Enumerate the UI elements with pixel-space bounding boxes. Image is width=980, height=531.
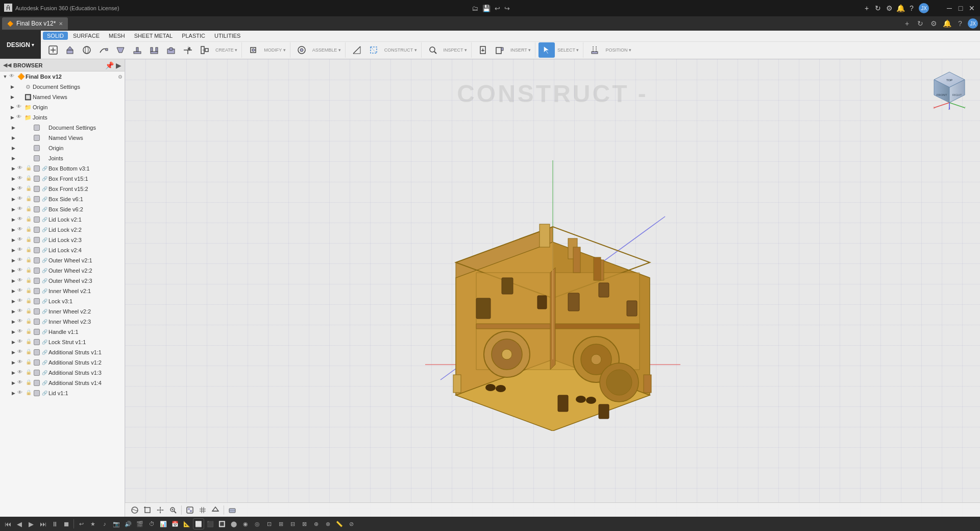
tree-expand-outer-wheel-2[interactable]: ▶ (10, 268, 16, 274)
tree-eye-handle-1[interactable]: 👁 (17, 328, 24, 335)
tree-expand-lid-lock-3[interactable]: ▶ (10, 237, 16, 243)
loft-btn[interactable] (112, 42, 129, 58)
maximize-btn[interactable]: □ (957, 4, 965, 12)
joints-expand[interactable]: ▶ (9, 114, 15, 120)
rib-btn[interactable] (129, 42, 145, 58)
tree-expand-box-front-2[interactable]: ▶ (10, 186, 16, 192)
tree-eye-lid-lock-4[interactable]: 👁 (17, 247, 24, 254)
tree-lock-additional-struts-4[interactable]: 🔒 (26, 379, 33, 387)
tree-link-outer-wheel-1[interactable]: 🔗 (42, 258, 47, 263)
tree-item-box-front-1[interactable]: ▶👁🔒🔗Box Front v15:1 (0, 174, 125, 184)
position-btn[interactable] (586, 42, 603, 58)
status-tool-22[interactable]: ⊗ (322, 518, 333, 529)
design-mode-btn[interactable]: DESIGN ▾ (0, 31, 41, 59)
tree-expand-box-side-1[interactable]: ▶ (10, 196, 16, 202)
modify-label[interactable]: MODIFY ▾ (262, 47, 287, 53)
status-tool-12[interactable]: ⬛ (205, 518, 216, 529)
new-tab-btn[interactable]: + (863, 4, 871, 12)
play-prev-btn[interactable]: ◀ (14, 518, 25, 529)
tree-link-lock-strut-1[interactable]: 🔗 (42, 340, 47, 345)
tree-lock-additional-struts-3[interactable]: 🔒 (26, 369, 33, 376)
tree-link-outer-wheel-2[interactable]: 🔗 (42, 268, 47, 273)
status-tool-21[interactable]: ⊕ (310, 518, 322, 529)
move-btn[interactable] (180, 42, 196, 58)
tree-eye-box-side-2[interactable]: 👁 (17, 206, 24, 213)
play-btn[interactable]: ▶ (26, 518, 37, 529)
tree-lock-lid-lock-3[interactable]: 🔒 (26, 236, 33, 244)
tab-solid[interactable]: SOLID (43, 32, 68, 40)
tree-lock-box-front-2[interactable]: 🔒 (26, 185, 33, 192)
tree-expand-additional-struts-3[interactable]: ▶ (10, 370, 16, 376)
viewcube[interactable]: TOP FRONT RIGHT X Y Z (929, 69, 970, 110)
visual-style-btn[interactable] (227, 504, 238, 516)
tree-eye-lid-lock-1[interactable]: 👁 (17, 216, 24, 223)
status-tool-10[interactable]: 📐 (181, 518, 192, 529)
tree-expand-inner-wheel-2[interactable]: ▶ (10, 308, 16, 315)
doc-expand[interactable]: ▶ (9, 84, 15, 90)
tree-lock-outer-wheel-2[interactable]: 🔒 (26, 267, 33, 274)
tree-item-document-settings[interactable]: ▶👁🔒🔗Document Settings (0, 123, 125, 133)
status-tool-4[interactable]: 📷 (111, 518, 122, 529)
origin-eye[interactable]: 👁 (16, 104, 23, 111)
tree-link-additional-struts-4[interactable]: 🔗 (42, 380, 47, 385)
modify-btn[interactable] (245, 42, 261, 58)
tab-utilities[interactable]: UTILITIES (210, 32, 244, 40)
tree-eye-lid-lock-3[interactable]: 👁 (17, 236, 24, 244)
tree-expand-document-settings[interactable]: ▶ (10, 125, 16, 131)
tree-lock-inner-wheel-3[interactable]: 🔒 (26, 318, 33, 325)
status-tool-7[interactable]: ⏱ (146, 518, 157, 529)
status-tool-1[interactable]: ↩ (76, 518, 87, 529)
tab-help-btn[interactable]: ? (954, 18, 966, 29)
viewcube-svg[interactable]: TOP FRONT RIGHT X Y Z (929, 69, 970, 110)
tree-eye-inner-wheel-2[interactable]: 👁 (17, 308, 24, 315)
tree-item-lid-lock-2[interactable]: ▶👁🔒🔗Lid Lock v2:2 (0, 225, 125, 235)
new-component-btn[interactable] (45, 42, 61, 58)
tree-item-lock-1[interactable]: ▶👁🔒🔗Lock v3:1 (0, 296, 125, 306)
play-next-btn[interactable]: ⏭ (37, 518, 48, 529)
inspect-btn[interactable] (425, 42, 441, 58)
browser-expand[interactable]: ▶ (116, 61, 121, 69)
tree-expand-outer-wheel-1[interactable]: ▶ (10, 257, 16, 263)
tree-item-origin[interactable]: ▶👁🔒🔗Origin (0, 143, 125, 153)
tree-eye-box-side-1[interactable]: 👁 (17, 196, 24, 203)
tree-expand-box-bottom[interactable]: ▶ (10, 165, 16, 172)
tree-eye-box-front-1[interactable]: 👁 (17, 175, 24, 182)
select-btn[interactable] (538, 42, 555, 58)
tree-joints[interactable]: ▶ 👁 📁 Joints (0, 112, 125, 123)
tree-link-lid-lock-2[interactable]: 🔗 (42, 227, 47, 232)
tree-expand-origin[interactable]: ▶ (10, 145, 16, 151)
tab-settings-btn[interactable]: ⚙ (928, 18, 939, 29)
root-settings[interactable]: ⚙ (118, 74, 122, 80)
tree-eye-outer-wheel-3[interactable]: 👁 (17, 277, 24, 284)
web-btn[interactable] (146, 42, 162, 58)
tree-lock-lid-lock-4[interactable]: 🔒 (26, 247, 33, 254)
tree-eye-additional-struts-3[interactable]: 👁 (17, 369, 24, 376)
tree-expand-inner-wheel-1[interactable]: ▶ (10, 288, 16, 294)
tree-eye-lid-lock-2[interactable]: 👁 (17, 226, 24, 233)
create-label[interactable]: CREATE ▾ (213, 47, 239, 53)
tree-item-box-bottom[interactable]: ▶👁🔒🔗Box Bottom v3:1 (0, 163, 125, 174)
insert-btn1[interactable] (475, 42, 491, 58)
play-start-btn[interactable]: ⏮ (2, 518, 13, 529)
align-btn[interactable] (197, 42, 213, 58)
tree-link-outer-wheel-3[interactable]: 🔗 (42, 278, 47, 283)
root-eye[interactable]: 👁 (9, 73, 16, 80)
status-tool-24[interactable]: ⊘ (346, 518, 357, 529)
construct-label[interactable]: CONSTRUCT ▾ (382, 47, 419, 53)
play-stop-btn[interactable]: ⏹ (61, 518, 72, 529)
tree-item-box-front-2[interactable]: ▶👁🔒🔗Box Front v15:2 (0, 184, 125, 194)
tree-item-box-side-1[interactable]: ▶👁🔒🔗Box Side v6:1 (0, 194, 125, 204)
minimize-btn[interactable]: ─ (945, 4, 953, 12)
tree-item-lid-lock-1[interactable]: ▶👁🔒🔗Lid Lock v2:1 (0, 214, 125, 225)
tree-expand-box-front-1[interactable]: ▶ (10, 176, 16, 182)
status-tool-8[interactable]: 📊 (158, 518, 169, 529)
tree-link-lock-1[interactable]: 🔗 (42, 299, 47, 304)
grid-toggle-btn[interactable] (197, 504, 208, 516)
tree-expand-additional-struts-1[interactable]: ▶ (10, 349, 16, 355)
tab-surface[interactable]: SURFACE (69, 32, 104, 40)
sweep-btn[interactable] (95, 42, 112, 58)
status-tool-15[interactable]: ◉ (240, 518, 251, 529)
viewport[interactable]: CONSTRUCT - (125, 59, 980, 517)
tree-lock-lock-1[interactable]: 🔒 (26, 298, 33, 305)
tree-link-lid-lock-3[interactable]: 🔗 (42, 237, 47, 243)
